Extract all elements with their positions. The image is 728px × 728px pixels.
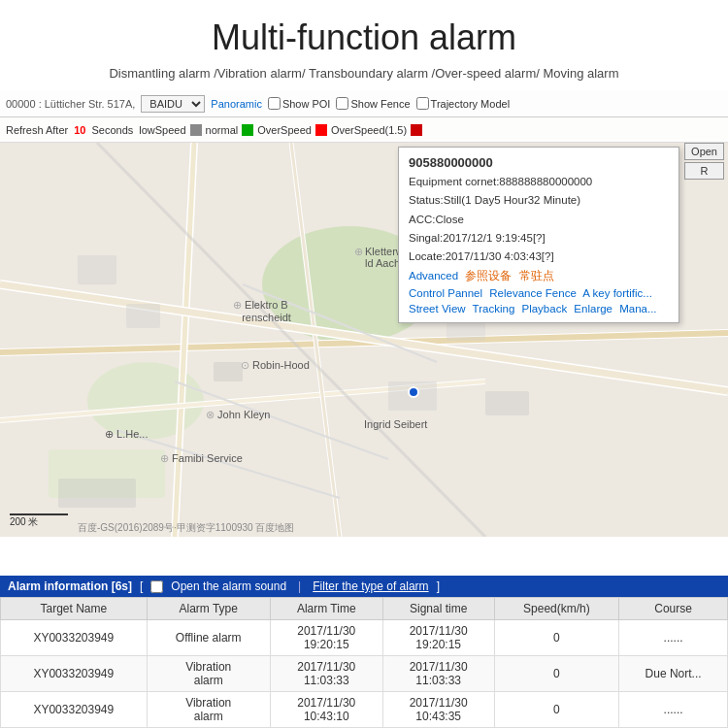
popup-link-control[interactable]: Control Pannel <box>409 287 482 299</box>
popup-acc: ACC:Close <box>409 212 669 228</box>
alarm-table-header-row: Target Name Alarm Type Alarm Time Signal… <box>1 598 728 620</box>
map-source-select[interactable]: BAIDU Google <box>141 95 205 113</box>
popup-equipment: Equipment cornet:888888880000000 <box>409 174 669 190</box>
cell-signal-time-0: 2017/11/3019:20:15 <box>382 620 494 656</box>
alarm-filter-link[interactable]: Filter the type of alarm <box>313 579 428 593</box>
open-button[interactable]: Open <box>684 143 724 160</box>
alarm-table: Target Name Alarm Type Alarm Time Signal… <box>0 597 728 728</box>
speed-legend: lowSpeed normal OverSpeed OverSpeed(1.5) <box>139 124 422 136</box>
scale-text: 200 米 <box>10 515 68 529</box>
svg-rect-20 <box>214 362 243 381</box>
place-famibi: ⊕ Famibi Service <box>160 452 243 465</box>
col-alarm-time: Alarm Time <box>270 598 382 620</box>
map-topbar: 00000 : Lütticher Str. 517A, BAIDU Googl… <box>0 90 728 117</box>
place-elektro: ⊕ Elektro B renscheidt <box>233 299 291 323</box>
svg-rect-25 <box>58 479 136 508</box>
cell-course-0: ...... <box>619 620 728 656</box>
cell-target-1: XY0033203949 <box>1 656 148 692</box>
show-fence-checkbox[interactable]: Show Fence <box>336 97 410 110</box>
alarm-separator: | <box>298 579 301 593</box>
cell-alarm-time-1: 2017/11/3011:03:33 <box>270 656 382 692</box>
trajectory-model-checkbox[interactable]: Trajectory Model <box>416 97 511 110</box>
place-ingrid: Ingrid Seibert <box>364 418 427 430</box>
popup-locate: Locate:2017/11/30 4:03:43[?] <box>409 248 669 265</box>
cell-alarm-time-0: 2017/11/3019:20:15 <box>270 620 382 656</box>
alarm-bracket: [ <box>140 579 143 593</box>
popup-link-enlarge[interactable]: Enlarge <box>574 303 612 314</box>
normal-box <box>242 124 253 136</box>
alarm-table-row: XY0033203949 Offline alarm 2017/11/3019:… <box>1 620 728 656</box>
alarm-table-row: XY0033203949 Vibrationalarm 2017/11/3010… <box>1 692 728 728</box>
svg-rect-19 <box>126 304 160 328</box>
scale-bar: 200 米 <box>10 513 68 529</box>
alarm-bracket-close: ] <box>437 579 440 593</box>
cell-speed-1: 0 <box>494 656 619 692</box>
col-course: Course <box>619 598 728 620</box>
overspeed15-label: OverSpeed(1.5) <box>331 124 407 136</box>
svg-rect-18 <box>78 255 116 284</box>
overspeed15-box <box>411 124 422 136</box>
cell-course-1: Due Nort... <box>619 656 728 692</box>
map-panoramic-link[interactable]: Panoramic <box>211 98 262 110</box>
popup-link-streetview[interactable]: Street View <box>409 303 466 314</box>
popup-link-fence[interactable]: Relevance Fence <box>489 287 577 299</box>
refresh-seconds: 10 <box>74 124 85 136</box>
cell-speed-0: 0 <box>494 620 619 656</box>
alarm-sound-label: Open the alarm sound <box>171 579 286 593</box>
popup-link-tracking[interactable]: Tracking <box>473 303 515 314</box>
alarm-title: Alarm information [6s] <box>8 579 132 593</box>
alarm-sound-checkbox[interactable] <box>150 580 163 593</box>
popup-links-row2: Control Pannel Relevance Fence A key for… <box>409 287 669 299</box>
map-secondbar: Refresh After 10 Seconds lowSpeed normal… <box>0 117 728 143</box>
overspeed-label: OverSpeed <box>257 124 312 136</box>
popup-links-row3: Street View Tracking Playback Enlarge Ma… <box>409 303 669 314</box>
cell-alarm-time-2: 2017/11/3010:43:10 <box>270 692 382 728</box>
normal-label: normal <box>206 124 239 136</box>
header-section: Multi-function alarm Dismantling alarm /… <box>0 0 728 90</box>
refresh-unit: Seconds <box>91 124 133 136</box>
cell-speed-2: 0 <box>494 692 619 728</box>
popup-id: 905880000000 <box>409 155 669 170</box>
map-marker <box>408 386 419 398</box>
col-target: Target Name <box>1 598 148 620</box>
place-robinhood: ⊙ Robin-Hood <box>241 359 310 372</box>
svg-rect-23 <box>485 391 529 415</box>
popup-link-mana[interactable]: Mana... <box>619 303 656 314</box>
col-speed: Speed(km/h) <box>494 598 619 620</box>
cell-alarm-type-0: Offline alarm <box>147 620 270 656</box>
cell-alarm-type-1: Vibrationalarm <box>147 656 270 692</box>
map-container: 00000 : Lütticher Str. 517A, BAIDU Googl… <box>0 90 728 537</box>
map-copyright: 百度-GS(2016)2089号·甲测资字1100930 百度地图 <box>78 521 294 535</box>
cell-course-2: ...... <box>619 692 728 728</box>
cell-target-2: XY0033203949 <box>1 692 148 728</box>
map-address: 00000 : Lütticher Str. 517A, <box>6 98 135 110</box>
place-lhe: ⊕ L.He... <box>105 428 148 441</box>
subtitle: Dismantling alarm /Vibration alarm/ Tran… <box>19 66 709 81</box>
cell-signal-time-2: 2017/11/3010:43:35 <box>382 692 494 728</box>
popup-signal: Singal:2017/12/1 9:19:45[?] <box>409 230 669 247</box>
cell-target-0: XY0033203949 <box>1 620 148 656</box>
popup-links-row1: Advanced 参照设备 常驻点 <box>409 269 669 283</box>
place-johnkleyn: ⊗ John Kleyn <box>206 409 270 421</box>
cell-alarm-type-2: Vibrationalarm <box>147 692 270 728</box>
popup-link-advanced[interactable]: Advanced <box>409 270 458 281</box>
low-speed-label: lowSpeed <box>139 124 185 136</box>
alarm-panel: Alarm information [6s] [ Open the alarm … <box>0 576 728 728</box>
cell-signal-time-1: 2017/11/3011:03:33 <box>382 656 494 692</box>
low-speed-box <box>190 124 202 136</box>
col-alarm-type: Alarm Type <box>147 598 270 620</box>
popup-link-fortify[interactable]: A key fortific... <box>582 287 652 299</box>
popup-link-canshu[interactable]: 参照设备 <box>465 270 512 281</box>
overspeed-box <box>315 124 327 136</box>
main-title: Multi-function alarm <box>19 17 709 58</box>
show-poi-checkbox[interactable]: Show POI <box>268 97 331 110</box>
r-button[interactable]: R <box>684 162 724 180</box>
alarm-header: Alarm information [6s] [ Open the alarm … <box>0 576 728 597</box>
popup-link-changzhu[interactable]: 常驻点 <box>519 270 554 281</box>
col-signal-time: Signal time <box>382 598 494 620</box>
alarm-table-row: XY0033203949 Vibrationalarm 2017/11/3011… <box>1 656 728 692</box>
map-btn-group: Open R <box>684 143 724 180</box>
refresh-label: Refresh After <box>6 124 68 136</box>
map-popup: 905880000000 Equipment cornet:8888888800… <box>398 147 679 323</box>
popup-link-playback[interactable]: Playback <box>521 303 567 314</box>
